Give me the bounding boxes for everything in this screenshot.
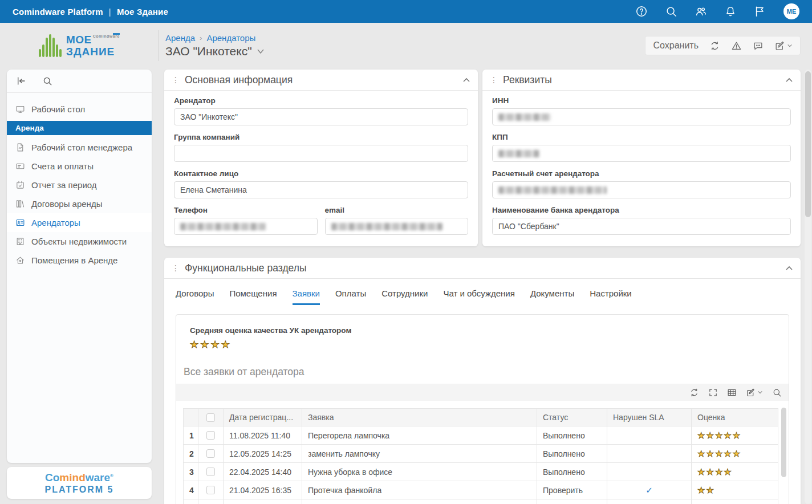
breadcrumb-separator-icon: › xyxy=(200,34,202,42)
sidebar-group-arenda[interactable]: Аренда xyxy=(7,121,152,135)
column-header-4[interactable]: Нарушен SLA xyxy=(607,409,692,426)
sidebar-search-icon[interactable] xyxy=(42,76,52,86)
drag-grip-icon[interactable]: ⋮ xyxy=(172,264,180,272)
table-row[interactable]: 421.04.2025 16:35Протечка фанкойлаПровер… xyxy=(184,481,778,499)
solution-name: Мое Здание xyxy=(117,7,168,17)
field-phone: Телефон xyxy=(174,206,318,235)
column-header-3[interactable]: Статус xyxy=(537,409,607,426)
sidebar-item-invoice[interactable]: Счета и оплаты xyxy=(7,157,152,176)
sidebar-item-label: Арендаторы xyxy=(31,218,80,227)
sidebar-item-building[interactable]: Объекты недвижимости xyxy=(7,232,152,251)
tab-4[interactable]: Оплаты xyxy=(335,288,366,305)
header-divider xyxy=(159,30,159,61)
cell-sla xyxy=(607,499,692,504)
field-phone-label: Телефон xyxy=(174,206,318,214)
topbar-icon-group xyxy=(635,5,766,18)
field-group-input[interactable] xyxy=(174,145,468,162)
column-header-2[interactable]: Заявка xyxy=(302,409,537,426)
row-checkbox[interactable] xyxy=(206,449,215,458)
tab-5[interactable]: Сотрудники xyxy=(381,288,428,305)
search-icon[interactable] xyxy=(665,5,677,18)
table-scrollbar[interactable] xyxy=(781,408,786,477)
sidebar-item-desktop[interactable]: Рабочий стол xyxy=(7,100,152,119)
field-arendator-input[interactable]: ЗАО "Инкотекс" xyxy=(174,108,468,125)
bell-icon[interactable] xyxy=(724,5,737,18)
cell-sla xyxy=(607,463,692,481)
drag-grip-icon[interactable]: ⋮ xyxy=(490,76,498,84)
field-arendator: Арендатор ЗАО "Инкотекс" xyxy=(174,96,468,125)
field-kpp-input[interactable] xyxy=(492,145,791,162)
panel-functional: ⋮ Функциональные разделы ДоговорыПомещен… xyxy=(164,258,801,504)
column-header-1[interactable]: Дата регистрац... xyxy=(224,409,302,426)
edit-icon[interactable] xyxy=(746,388,756,397)
sidebar-item-home[interactable]: Помещения в Аренде xyxy=(7,251,152,270)
select-all-checkbox[interactable] xyxy=(206,413,215,422)
title-chevron-down-icon[interactable] xyxy=(257,48,265,54)
collapse-chevron-up-icon[interactable] xyxy=(462,78,470,83)
column-header-5[interactable]: Оценка xyxy=(692,409,778,426)
tab-6[interactable]: Чат и обсуждения xyxy=(443,288,514,305)
field-phone-input[interactable] xyxy=(174,218,318,235)
drag-grip-icon[interactable]: ⋮ xyxy=(172,76,180,84)
table-row[interactable]: 514.04.2025 15:52Уборка офисаВыполнено★★… xyxy=(184,499,778,504)
row-checkbox[interactable] xyxy=(206,468,215,476)
field-inn: ИНН xyxy=(492,96,791,125)
chevron-down-icon xyxy=(757,390,763,395)
breadcrumb-arenda[interactable]: Аренда xyxy=(165,33,195,43)
flag-icon[interactable] xyxy=(754,5,766,18)
platform-name: Comindware Platform xyxy=(13,7,103,17)
app-logo[interactable]: МОЕComindware ЗДАНИЕ xyxy=(39,34,123,57)
row-checkbox[interactable] xyxy=(206,486,215,494)
tab-2[interactable]: Помещения xyxy=(229,288,277,305)
sidebar-item-idcard[interactable]: Арендаторы xyxy=(7,213,152,232)
tab-1[interactable]: Договоры xyxy=(176,288,214,305)
page-scrollbar[interactable] xyxy=(805,71,811,217)
users-icon[interactable] xyxy=(695,5,707,18)
sidebar-collapse-icon[interactable] xyxy=(16,76,26,86)
sidebar-item-label: Договоры аренды xyxy=(31,199,102,209)
tab-7[interactable]: Документы xyxy=(530,288,574,305)
edit-menu-button[interactable] xyxy=(774,40,793,51)
page-title: ЗАО "Инкотекс" xyxy=(165,44,252,58)
sidebar-item-calendar[interactable]: Отчет за период xyxy=(7,176,152,194)
help-icon[interactable] xyxy=(635,5,648,18)
user-avatar[interactable]: ME xyxy=(783,3,799,19)
cell-sla xyxy=(607,426,692,445)
sidebar-item-label: Рабочий стол xyxy=(31,104,85,114)
refresh-icon[interactable] xyxy=(689,388,699,397)
table-row[interactable]: 212.05.2025 14:25заменить лампочкуВыполн… xyxy=(184,445,778,463)
tab-8[interactable]: Настройки xyxy=(590,288,632,305)
field-bank-input[interactable]: ПАО "Сбербанк" xyxy=(492,218,791,235)
star-icon: ★ xyxy=(733,449,741,458)
comment-icon[interactable] xyxy=(753,40,764,51)
field-inn-input[interactable] xyxy=(492,108,791,125)
row-checkbox[interactable] xyxy=(206,431,215,440)
warning-icon[interactable] xyxy=(731,40,742,51)
field-contact-input[interactable]: Елена Сметанина xyxy=(174,181,468,198)
star-icon: ★ xyxy=(697,449,706,458)
search-icon[interactable] xyxy=(772,388,782,397)
tab-3[interactable]: Заявки xyxy=(293,288,320,305)
fullscreen-icon[interactable] xyxy=(708,388,718,397)
table-row[interactable]: 111.08.2025 11:40Перегорела лампочкаВыпо… xyxy=(184,426,778,445)
requests-table: Дата регистрац...ЗаявкаСтатусНарушен SLA… xyxy=(183,408,778,504)
breadcrumb-arendatory[interactable]: Арендаторы xyxy=(206,33,255,43)
field-email-input[interactable] xyxy=(325,218,469,235)
collapse-chevron-up-icon[interactable] xyxy=(785,266,793,271)
table-row[interactable]: 322.04.2025 14:40Нужна уборка в офисеВып… xyxy=(184,463,778,481)
grid-edit-menu-button[interactable] xyxy=(746,388,763,397)
table-header-row: Дата регистрац...ЗаявкаСтатусНарушен SLA… xyxy=(184,409,778,426)
cell-status: Выполнено xyxy=(537,426,607,445)
sidebar-item-doc[interactable]: Рабочий стол менеджера xyxy=(7,138,152,157)
save-button[interactable]: Сохранить xyxy=(653,40,699,51)
collapse-chevron-up-icon[interactable] xyxy=(785,78,793,83)
sidebar-item-books[interactable]: Договоры аренды xyxy=(7,194,152,213)
field-account-input[interactable] xyxy=(492,181,791,198)
edit-icon[interactable] xyxy=(774,40,785,51)
cmw-part3: ware xyxy=(86,472,110,483)
refresh-icon[interactable] xyxy=(709,40,720,51)
sidebar-item-label: Объекты недвижимости xyxy=(31,237,127,246)
star-icon: ★ xyxy=(715,430,724,440)
redacted-value xyxy=(498,150,539,157)
table-icon[interactable] xyxy=(727,388,737,397)
